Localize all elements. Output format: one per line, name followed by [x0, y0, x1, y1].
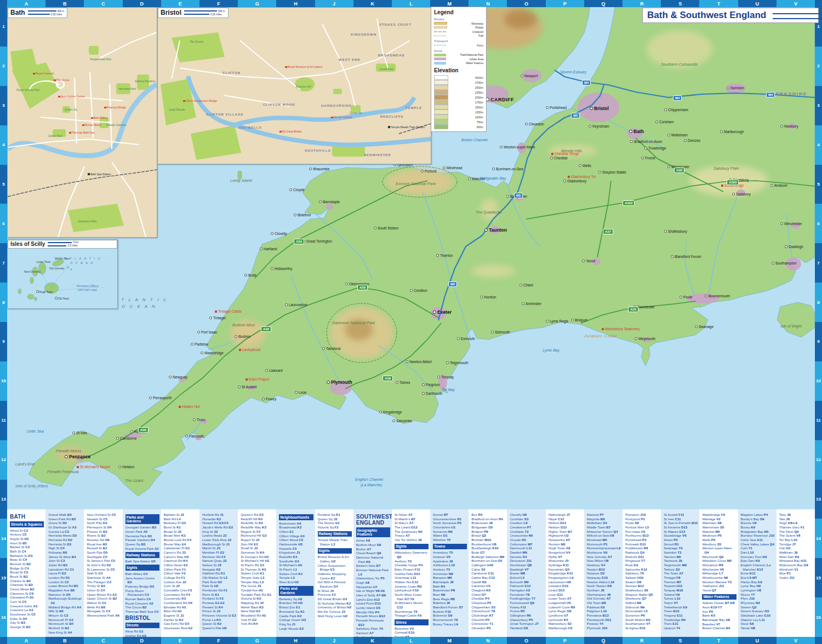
inset-irail: Bath Spa Station — [88, 173, 111, 176]
index-entry: Broad St C3 — [10, 570, 44, 574]
index-entry: Avebury T3 — [395, 559, 429, 564]
index-entry: Hampshire U7 — [356, 585, 390, 589]
index-entry: Bath R4 — [433, 584, 467, 589]
index-entry: Gugh A8 — [356, 580, 390, 585]
index-entry: Harbourside H3 — [279, 542, 313, 547]
index-entry: Well Hung Lover H2 — [318, 614, 352, 618]
grid-col-F: F — [199, 637, 238, 644]
inset-ipark: Green Park — [48, 135, 62, 137]
legend: Legend RoutesMotorwayRoadsUnpavedTrailTr… — [431, 7, 487, 132]
legend-item-label: Roads — [476, 26, 483, 29]
index-entry: Calne S3 — [471, 567, 505, 572]
index-entry: Helston D12 — [549, 525, 583, 530]
ml-city: Axminster — [522, 302, 541, 306]
index-entry: Liskeard G10 — [549, 584, 583, 588]
index-entry: Blagdon Lakes P4 — [741, 513, 775, 517]
elevation-label: 2500m — [475, 86, 483, 89]
inset-ipark: Brandon Hill — [296, 85, 311, 88]
grid-col-D: D — [123, 0, 161, 7]
ml-cityb: Penzance — [65, 455, 90, 459]
grid-col-F: F — [199, 0, 238, 7]
index-column-2: Gravel Walk B3Green Park Rd B5Grove St D… — [45, 509, 84, 637]
legend-item: Roads — [434, 26, 483, 29]
index-entry: St Agnes D11 — [625, 626, 659, 630]
index-entry: Saltash H10 — [625, 576, 659, 580]
index-entry: Kingsbridge K11 — [549, 571, 583, 576]
index-entry: Marlborough U3 — [549, 626, 583, 630]
index-entry: Welsh Back K3 — [241, 605, 275, 610]
scilly-inset-title: Isles of Scilly — [10, 241, 45, 247]
index-entry: Regent St F2 — [241, 530, 275, 534]
index-entry: Girl With A Pierced Eardrum G4 — [318, 580, 352, 588]
index-entry: Monmouth St B4 — [48, 622, 82, 626]
index-entry: Meridian Pl G2 — [202, 550, 236, 555]
index-entry: Somerset N6 — [433, 530, 467, 534]
index-entry: Lymington U8 — [741, 588, 775, 593]
grid-col-C: C — [84, 0, 122, 7]
bath-inset: Bath 500 m 0.25 miles Royal Victoria Par… — [7, 7, 157, 238]
ml-city: Wadebridge — [201, 352, 224, 355]
index-entry: Wells P5 — [702, 538, 736, 542]
index-entry: Redruth D11 — [625, 555, 659, 559]
index-entry: Sidford N8 — [625, 601, 659, 605]
ml-city: Salcombe — [392, 419, 412, 423]
index-entry: Burnham-on-Sea O5 — [471, 559, 505, 563]
index-entry: Bridport P8 — [471, 530, 505, 534]
index-entry: Victoria Sq F2 — [318, 525, 352, 530]
index-entry: Georgian Garden B3 — [125, 525, 159, 530]
index-entry: Devizes S4 — [510, 555, 544, 559]
index-entry: Exmoor National Park L5 — [356, 568, 390, 576]
index-entry: Henrietta Park D3 — [125, 534, 159, 538]
index-entry: Thermae Bath Spa C4 — [125, 610, 159, 614]
elevation-step: 1750m — [434, 100, 483, 105]
ml-city: Marlborough — [720, 130, 744, 134]
index-entry: Severn Estuary O3 — [741, 609, 775, 613]
elevation-step: 750m — [434, 119, 483, 124]
ml-watercaps: A T L A N T I C — [114, 298, 168, 302]
index-entry: Lyme Regis O8 — [549, 609, 583, 613]
index-entry: Lynmouth K5 — [549, 618, 583, 622]
index-entry: Stokes Croft K1 — [241, 571, 275, 576]
index-entry: St Michael's H1 — [279, 563, 313, 567]
ml-city: Tintagel — [209, 317, 226, 320]
index-entry: Pump La K4 — [202, 618, 236, 622]
index-entry: South West Coast Path G7-T9 — [395, 593, 429, 601]
grid-row-16: 16 — [815, 597, 822, 637]
index-entry: Royal Ave B3 — [87, 542, 121, 547]
index-entry: Carbis Bay C12 — [471, 576, 505, 580]
index-entry: Cricklade T2 — [510, 530, 544, 534]
index-entry: Gloucester Row E2 — [164, 626, 198, 630]
index-entry: Port Isaac F9 — [625, 530, 659, 534]
index-entry: Clifton Vale F3 — [164, 571, 198, 576]
inset-irail: Temple Meads Train Station — [388, 126, 425, 129]
ml-water: English Channel — [355, 478, 383, 481]
index-entry: Torpoint H11 — [664, 584, 698, 588]
grid-row-8: 8 — [0, 283, 7, 322]
index-entry: Brunel Way E4 — [164, 542, 198, 547]
index-entry: Canon's Way H3 — [164, 555, 198, 559]
index-entry: Glastonbury Tor P5 — [356, 576, 390, 580]
index-entry: Whitsand Bay H11 — [779, 559, 813, 563]
inset-ipark: Queen Sq — [65, 108, 77, 111]
index-entry: Samson A7 — [356, 631, 390, 635]
index-entry: Weymouth Q9 — [702, 555, 736, 559]
index-entry: Cheddar Gorge P4 — [395, 563, 429, 567]
index-entry: Yes Tor (620m) J8 — [395, 538, 429, 542]
ml-city: Devizes — [684, 139, 700, 143]
ml-sa: A35 — [628, 307, 638, 312]
ml-city: Keynsham — [589, 125, 609, 129]
index-entry: Berkeley Sq H2 — [279, 597, 313, 601]
index-entry: Mortimer Rd F2 — [202, 555, 236, 559]
ml-cityb: Bristol — [590, 106, 609, 111]
index-entry: Queen's Pde H3 — [202, 626, 236, 630]
ml-city: Fowey — [262, 398, 276, 401]
elevation-swatch — [434, 119, 448, 124]
index-entry: Golitha Falls D12 — [395, 572, 429, 576]
index-entry: Wye P1 — [779, 571, 813, 576]
index-entry: Upper Bristol Rd A3 — [87, 593, 121, 597]
ml-city: Clovelly — [271, 232, 287, 236]
inset-iisle: Lower Town — [36, 261, 51, 263]
ml-city: Port Isaac — [197, 331, 217, 335]
index-entry: Rupert St J2 — [241, 538, 275, 542]
index-entry: Land's End A12 — [356, 597, 390, 602]
